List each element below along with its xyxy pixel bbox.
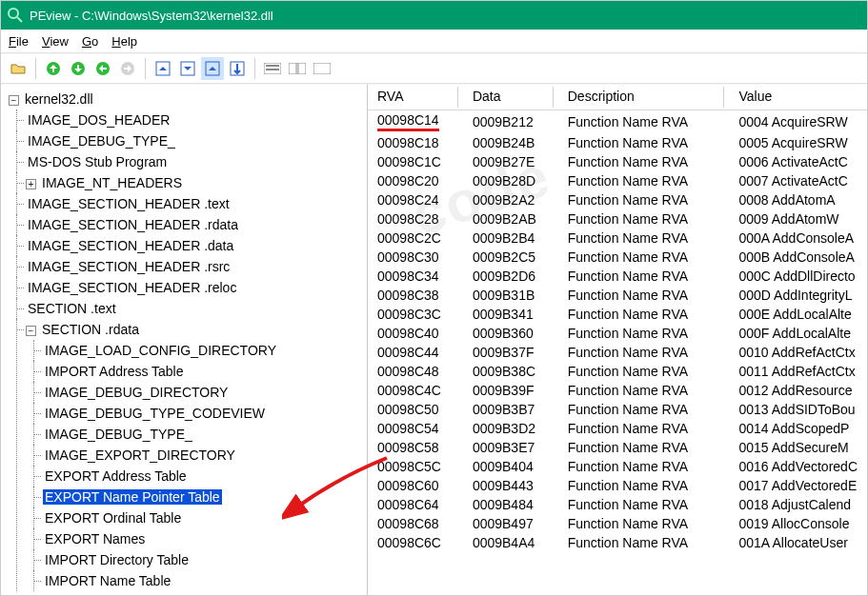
menu-file[interactable]: File	[9, 34, 29, 49]
cell-rva: 00098C60	[368, 476, 463, 495]
nav-up-button[interactable]	[42, 57, 65, 80]
tree-node[interactable]: IMPORT Name Table	[43, 573, 172, 588]
expand-button[interactable]	[176, 57, 199, 80]
table-row[interactable]: 00098C580009B3E7Function Name RVA0015 Ad…	[368, 438, 867, 457]
tree-node[interactable]: IMPORT Directory Table	[43, 552, 191, 567]
table-row[interactable]: 00098C200009B28DFunction Name RVA0007 Ac…	[368, 171, 867, 190]
cell-data: 0009B2B4	[463, 228, 558, 248]
table-row[interactable]: 00098C640009B484Function Name RVA0018 Ad…	[368, 495, 867, 514]
cell-value: 0013 AddSIDToBou	[729, 400, 867, 419]
table-row[interactable]: 00098C600009B443Function Name RVA0017 Ad…	[368, 476, 867, 495]
tree-node[interactable]: IMAGE_EXPORT_DIRECTORY	[43, 447, 237, 463]
tree-node[interactable]: SECTION .text	[26, 301, 118, 316]
table-row[interactable]: 00098C5C0009B404Function Name RVA0016 Ad…	[368, 457, 867, 476]
expander-icon[interactable]: +	[26, 179, 36, 189]
col-rva-header[interactable]: RVA	[377, 89, 404, 104]
title-bar[interactable]: PEview - C:\Windows\System32\kernel32.dl…	[1, 1, 867, 30]
menu-go[interactable]: Go	[82, 34, 98, 49]
cell-rva: 00098C30	[368, 248, 463, 267]
tree-node[interactable]: IMPORT Address Table	[43, 364, 186, 379]
cell-desc: Function Name RVA	[558, 152, 730, 171]
window-title: PEview - C:\Windows\System32\kernel32.dl…	[30, 9, 273, 23]
collapse-button[interactable]	[151, 57, 174, 80]
cell-desc: Function Name RVA	[558, 514, 730, 533]
cell-rva: 00098C48	[368, 362, 463, 381]
cell-rva: 00098C20	[368, 171, 463, 190]
tree-node[interactable]: IMAGE_SECTION_HEADER .rdata	[26, 217, 240, 232]
tree-node[interactable]: IMAGE_NT_HEADERS	[40, 175, 184, 190]
table-row[interactable]: 00098C540009B3D2Function Name RVA0014 Ad…	[368, 419, 867, 438]
cell-rva: 00098C50	[368, 400, 463, 419]
data-pane[interactable]: RVA Data Description Value 00098C140009B…	[368, 85, 867, 596]
tree-node[interactable]: IMAGE_DEBUG_DIRECTORY	[43, 385, 230, 400]
tree-node[interactable]: EXPORT Names	[43, 531, 147, 546]
tree-pane[interactable]: −kernel32.dllIMAGE_DOS_HEADERIMAGE_DEBUG…	[1, 85, 368, 596]
table-row[interactable]: 00098C440009B37FFunction Name RVA0010 Ad…	[368, 343, 867, 362]
view-split-button[interactable]	[286, 57, 309, 80]
svg-point-0	[9, 9, 18, 18]
table-row[interactable]: 00098C380009B31BFunction Name RVA000D Ad…	[368, 286, 867, 305]
menu-help[interactable]: Help	[111, 34, 137, 49]
table-row[interactable]: 00098C3C0009B341Function Name RVA000E Ad…	[368, 305, 867, 324]
tree-root-node[interactable]: kernel32.dll	[23, 91, 95, 107]
view-single-button[interactable]	[311, 57, 333, 80]
tree-node[interactable]: IMAGE_DEBUG_TYPE_	[26, 133, 177, 149]
svg-rect-12	[266, 69, 279, 70]
cell-data: 0009B2C5	[463, 248, 558, 267]
table-header-row[interactable]: RVA Data Description Value	[368, 85, 867, 110]
table-row[interactable]: 00098C680009B497Function Name RVA0019 Al…	[368, 514, 867, 533]
tree-node[interactable]: EXPORT Name Pointer Table	[43, 489, 222, 505]
table-row[interactable]: 00098C2C0009B2B4Function Name RVA000A Ad…	[368, 228, 867, 248]
tree-node[interactable]: IMAGE_SECTION_HEADER .rsrc	[26, 259, 232, 274]
table-row[interactable]: 00098C140009B212Function Name RVA0004 Ac…	[368, 110, 867, 134]
expander-icon[interactable]: −	[9, 95, 19, 106]
col-desc-header[interactable]: Description	[568, 89, 635, 104]
table-row[interactable]: 00098C300009B2C5Function Name RVA000B Ad…	[368, 248, 867, 267]
tree-node[interactable]: MS-DOS Stub Program	[26, 154, 169, 169]
table-row[interactable]: 00098C480009B38CFunction Name RVA0011 Ad…	[368, 362, 867, 381]
nav-back-button[interactable]	[91, 57, 114, 80]
page-down-button[interactable]	[226, 57, 249, 80]
tree-node[interactable]: IMAGE_DEBUG_TYPE_	[43, 427, 194, 442]
table-row[interactable]: 00098C500009B3B7Function Name RVA0013 Ad…	[368, 400, 867, 419]
cell-desc: Function Name RVA	[558, 171, 730, 190]
page-up-button[interactable]	[201, 57, 224, 80]
tree-node[interactable]: IMAGE_DOS_HEADER	[26, 112, 172, 128]
col-value-header[interactable]: Value	[738, 89, 772, 104]
tree-node[interactable]: IMAGE_SECTION_HEADER .reloc	[26, 280, 238, 295]
table-row[interactable]: 00098C280009B2ABFunction Name RVA0009 Ad…	[368, 209, 867, 228]
view-hex-button[interactable]	[261, 57, 284, 80]
cell-data: 0009B27E	[463, 152, 558, 171]
tree-node[interactable]: EXPORT Ordinal Table	[43, 510, 183, 526]
cell-rva: 00098C64	[368, 495, 463, 514]
cell-data: 0009B38C	[463, 362, 558, 381]
cell-desc: Function Name RVA	[558, 343, 730, 362]
table-row[interactable]: 00098C340009B2D6Function Name RVA000C Ad…	[368, 267, 867, 286]
table-row[interactable]: 00098C400009B360Function Name RVA000F Ad…	[368, 324, 867, 343]
table-row[interactable]: 00098C180009B24BFunction Name RVA0005 Ac…	[368, 133, 867, 152]
expander-icon[interactable]: −	[26, 326, 36, 336]
tree-node[interactable]: IMAGE_LOAD_CONFIG_DIRECTORY	[43, 343, 278, 358]
col-data-header[interactable]: Data	[473, 89, 501, 104]
cell-desc: Function Name RVA	[558, 457, 730, 476]
table-row[interactable]: 00098C4C0009B39FFunction Name RVA0012 Ad…	[368, 381, 867, 400]
nav-forward-button[interactable]	[116, 57, 139, 80]
tree-node[interactable]: IMAGE_SECTION_HEADER .text	[26, 196, 232, 211]
tree-node[interactable]: IMAGE_DEBUG_TYPE_CODEVIEW	[43, 406, 267, 421]
nav-down-button[interactable]	[67, 57, 90, 80]
tree-node[interactable]: EXPORT Address Table	[43, 468, 189, 484]
cell-value: 000A AddConsoleA	[729, 228, 867, 248]
open-button[interactable]	[7, 57, 30, 80]
tree-node[interactable]: SECTION .rdata	[40, 322, 141, 337]
cell-data: 0009B443	[463, 476, 558, 495]
toolbar	[1, 54, 867, 83]
table-row[interactable]: 00098C240009B2A2Function Name RVA0008 Ad…	[368, 190, 867, 209]
table-row[interactable]: 00098C1C0009B27EFunction Name RVA0006 Ac…	[368, 152, 867, 171]
menu-view[interactable]: View	[42, 34, 69, 49]
cell-value: 000C AddDllDirecto	[729, 267, 867, 286]
cell-data: 0009B28D	[463, 171, 558, 190]
table-row[interactable]: 00098C6C0009B4A4Function Name RVA001A Al…	[368, 533, 867, 552]
menu-bar: File View Go Help	[1, 30, 867, 52]
cell-data: 0009B24B	[463, 133, 558, 152]
tree-node[interactable]: IMAGE_SECTION_HEADER .data	[26, 238, 235, 253]
